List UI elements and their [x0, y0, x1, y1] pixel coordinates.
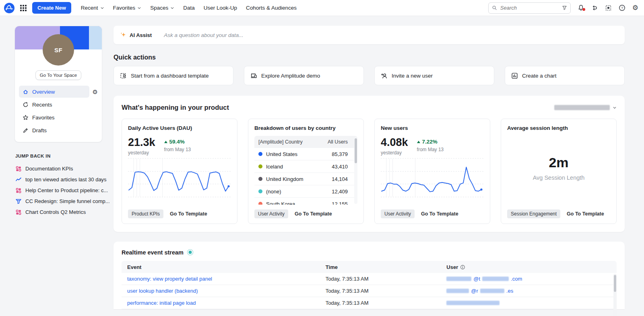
sidebar-item-overview-pill[interactable]: Overview — [19, 86, 89, 98]
new-users-card: New users 4.08k yesterday 7.22% — [374, 119, 490, 224]
new-users-value-sub: yesterday — [381, 150, 408, 156]
event-user-link[interactable]: @r.es — [446, 288, 611, 294]
apps-grid-icon[interactable] — [19, 4, 27, 12]
jump-item-top-ten-articles[interactable]: top ten viewed articles last 30 days — [15, 174, 101, 185]
live-indicator-icon[interactable] — [187, 249, 194, 256]
country-card-footer: User Activity Go To Template — [254, 209, 357, 218]
country-scrollbar-track[interactable] — [354, 137, 357, 204]
series-color-dot — [258, 177, 262, 181]
home-icon — [23, 89, 29, 95]
metric-cards: Daily Active Users (DAU) 21.3k yesterday… — [122, 119, 617, 224]
event-row[interactable]: performance: initial page load Today, 7:… — [122, 297, 617, 309]
nav-item-data[interactable]: Data — [179, 2, 199, 13]
create-chart-icon — [511, 72, 518, 79]
country-row[interactable]: (none) 12,409 — [254, 185, 357, 198]
session-metric: 2m Avg Session Length — [507, 131, 610, 205]
info-icon[interactable] — [460, 265, 465, 270]
avatar[interactable]: SF — [43, 34, 74, 66]
event-user-link[interactable] — [446, 301, 611, 305]
session-card-footer: Session Engagement Go To Template — [507, 209, 610, 218]
jump-item-label: CC Redesign: Simple funnel comp... — [25, 198, 110, 204]
nav-item-user-lookup[interactable]: User Look-Up — [200, 2, 241, 13]
event-name-link[interactable]: performance: initial page load — [127, 300, 326, 306]
quick-action-label: Invite a new user — [392, 73, 433, 79]
nav-item-cohorts-audiences[interactable]: Cohorts & Audiences — [242, 2, 301, 13]
new-users-line-chart[interactable] — [381, 158, 484, 197]
go-to-template-link[interactable]: Go To Template — [295, 211, 332, 217]
template-badge[interactable]: User Activity — [254, 209, 288, 218]
nav-right: ? ⚙ — [488, 2, 638, 14]
line-chart-icon — [15, 176, 22, 183]
country-name: United Kingdom — [266, 176, 332, 182]
quick-actions-grid: Start from a dashboard template Explore … — [114, 66, 625, 85]
series-color-dot — [258, 189, 262, 193]
filter-funnel-icon[interactable] — [562, 5, 567, 10]
jump-item-help-center-pipeline[interactable]: Help Center to Product pipeline: c... — [15, 185, 101, 196]
country-row[interactable]: United States 85,379 — [254, 148, 357, 160]
country-name: South Korea — [266, 201, 332, 205]
country-breakdown-card: Breakdown of users by country [Amplitude… — [248, 119, 364, 224]
quick-action-explore-demo[interactable]: Explore Amplitude demo — [244, 66, 364, 85]
go-to-template-link[interactable]: Go To Template — [170, 211, 207, 217]
amplitude-logo-icon[interactable] — [4, 3, 14, 13]
jump-item-label: Help Center to Product pipeline: c... — [25, 187, 108, 193]
event-time: Today, 7:35:13 AM — [326, 276, 447, 282]
new-users-x-axis-labels — [381, 199, 484, 205]
whats-happening-panel: What's happening in your product Daily A… — [114, 96, 625, 232]
realtime-title: Realtime event stream — [122, 249, 184, 256]
event-row[interactable]: user lookup handler (backend) Today, 7:3… — [122, 285, 617, 297]
help-icon[interactable]: ? — [619, 4, 625, 11]
go-to-your-space-button[interactable]: Go To Your Space — [35, 70, 82, 80]
journeys-icon[interactable] — [591, 4, 598, 11]
sidebar-item-drafts-pill[interactable]: Drafts — [19, 124, 98, 136]
search-box[interactable] — [488, 2, 571, 14]
jump-item-documentation-kpis[interactable]: Documentation KPIs — [15, 163, 101, 174]
sidebar-item-favorites-pill[interactable]: Favorites — [19, 111, 98, 123]
go-to-template-link[interactable]: Go To Template — [567, 211, 604, 217]
event-name-link[interactable]: user lookup handler (backend) — [127, 288, 326, 294]
sidebar-item-recents-pill[interactable]: Recents — [19, 98, 98, 111]
ai-assist-bar[interactable]: AI Assist Ask a question about your data… — [114, 26, 625, 44]
space-settings-gear-icon[interactable]: ⚙ — [93, 89, 98, 95]
event-name-link[interactable]: taxonomy: view property detail panel — [127, 276, 326, 282]
event-row[interactable]: taxonomy: view property detail panel Tod… — [122, 273, 617, 285]
nav-item-recent[interactable]: Recent — [77, 2, 108, 13]
select-frame-icon[interactable] — [605, 4, 612, 11]
realtime-scrollbar-thumb[interactable] — [614, 275, 616, 292]
series-color-dot — [258, 164, 262, 168]
dau-value: 21.3k — [128, 137, 155, 148]
new-users-value: 4.08k — [381, 137, 408, 148]
user-email-segment — [480, 289, 504, 293]
country-scrollbar-thumb[interactable] — [355, 138, 357, 163]
quick-action-invite-user[interactable]: Invite a new user — [374, 66, 494, 85]
notifications-bell-icon[interactable] — [578, 4, 584, 11]
dau-line-chart[interactable] — [128, 158, 231, 197]
go-to-template-link[interactable]: Go To Template — [421, 211, 458, 217]
sidebar-item-label: Favorites — [32, 115, 55, 121]
project-selector-dropdown[interactable] — [554, 105, 617, 110]
create-new-button[interactable]: Create New — [32, 2, 71, 14]
country-row[interactable]: South Korea 12,155 — [254, 198, 357, 205]
country-row[interactable]: Iceland 43,410 — [254, 160, 357, 173]
avg-session-length-card: Average session length 2m Avg Session Le… — [501, 119, 617, 224]
template-badge[interactable]: Product KPIs — [128, 209, 163, 218]
quick-action-create-chart[interactable]: Create a chart — [505, 66, 625, 85]
country-row[interactable]: United Kingdom 14,104 — [254, 173, 357, 185]
ai-assist-input-placeholder[interactable]: Ask a question about your data... — [164, 32, 618, 38]
top-nav: Create New Recent Favorites Spaces Data — [0, 0, 644, 16]
session-card-title: Average session length — [507, 125, 610, 131]
realtime-scrollbar-track[interactable] — [613, 274, 617, 316]
dau-x-axis-labels — [128, 199, 231, 205]
jump-item-chart-controls-q2[interactable]: Chart Controls Q2 Metrics — [15, 207, 101, 218]
settings-gear-icon[interactable]: ⚙ — [632, 4, 638, 11]
nav-item-spaces[interactable]: Spaces — [146, 2, 178, 13]
dau-card: Daily Active Users (DAU) 21.3k yesterday… — [122, 119, 237, 224]
nav-item-favorites[interactable]: Favorites — [109, 2, 146, 13]
jump-item-cc-redesign-funnel[interactable]: CC Redesign: Simple funnel comp... — [15, 196, 101, 207]
template-badge[interactable]: Session Engagement — [507, 209, 560, 218]
search-input[interactable] — [500, 4, 559, 11]
svg-text:?: ? — [621, 6, 623, 10]
quick-action-dashboard-template[interactable]: Start from a dashboard template — [114, 66, 233, 85]
template-badge[interactable]: User Activity — [381, 209, 415, 218]
event-user-link[interactable]: @t.com — [446, 276, 611, 282]
